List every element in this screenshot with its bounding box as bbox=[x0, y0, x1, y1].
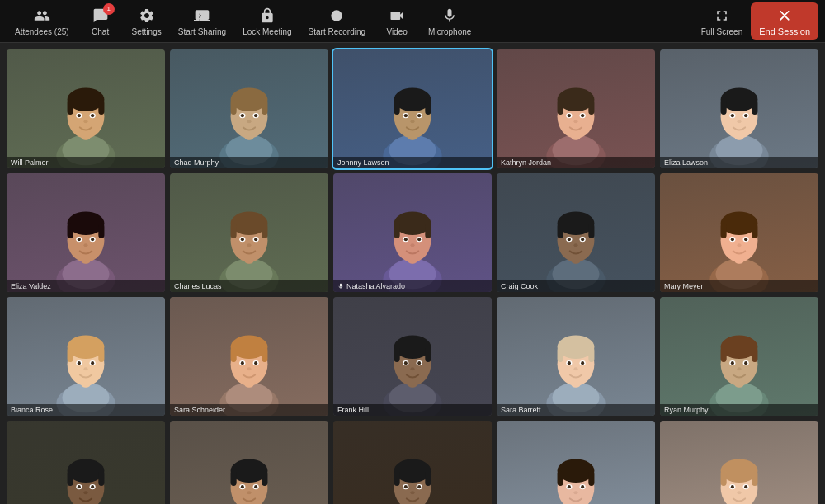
video-cell[interactable]: Bianca Rose bbox=[7, 297, 165, 416]
svg-rect-30 bbox=[394, 99, 400, 114]
video-icon bbox=[388, 7, 406, 25]
lock-meeting-label: Lock Meeting bbox=[243, 27, 291, 36]
end-session-icon bbox=[776, 6, 794, 24]
svg-point-106 bbox=[568, 238, 571, 241]
start-sharing-button[interactable]: Start Sharing bbox=[170, 3, 234, 40]
svg-point-11 bbox=[91, 114, 94, 117]
video-cell[interactable]: Elizabeth Ford bbox=[333, 421, 492, 504]
svg-point-167 bbox=[581, 361, 584, 365]
participant-video bbox=[497, 173, 655, 292]
svg-rect-186 bbox=[68, 470, 73, 485]
video-cell[interactable]: Charles Lucas bbox=[170, 173, 328, 292]
svg-rect-174 bbox=[721, 346, 727, 361]
participant-video bbox=[333, 421, 492, 504]
participant-video bbox=[333, 49, 492, 168]
video-cell[interactable]: Jasmine Pearson bbox=[497, 421, 655, 504]
video-button[interactable]: Video bbox=[374, 3, 420, 40]
participant-name-text: Sara Schneider bbox=[174, 406, 225, 414]
video-cell[interactable]: Johnny Lawson bbox=[333, 49, 492, 168]
attendees-icon bbox=[33, 7, 51, 25]
video-cell[interactable]: Chad Murphy bbox=[170, 49, 328, 168]
end-session-button[interactable]: End Session bbox=[751, 2, 818, 40]
video-cell[interactable]: Amber Richards bbox=[660, 421, 818, 504]
svg-rect-102 bbox=[558, 223, 563, 238]
svg-rect-31 bbox=[425, 99, 431, 114]
participant-video bbox=[170, 49, 328, 168]
lock-meeting-button[interactable]: Lock Meeting bbox=[234, 3, 299, 40]
video-cell[interactable]: Eliza Lawson bbox=[660, 49, 818, 168]
end-session-label: End Session bbox=[759, 26, 810, 36]
svg-point-156 bbox=[410, 367, 414, 370]
svg-point-240 bbox=[737, 491, 741, 494]
svg-rect-43 bbox=[588, 99, 594, 114]
svg-point-83 bbox=[254, 238, 257, 241]
participant-video bbox=[7, 421, 165, 504]
svg-rect-114 bbox=[721, 223, 727, 238]
participant-video bbox=[170, 421, 328, 504]
video-cell[interactable]: Frank Hill bbox=[333, 297, 492, 416]
recording-icon bbox=[328, 7, 346, 25]
video-cell[interactable]: Eliza Valdez bbox=[7, 173, 165, 292]
svg-point-214 bbox=[404, 485, 408, 488]
participant-name-text: Eliza Lawson bbox=[664, 158, 708, 167]
video-cell[interactable]: Sara Schneider bbox=[170, 297, 328, 416]
participant-video bbox=[7, 49, 165, 168]
svg-point-70 bbox=[78, 238, 81, 241]
svg-rect-222 bbox=[558, 470, 563, 485]
participant-name-text: Bianca Rose bbox=[11, 406, 53, 414]
video-cell[interactable]: Craig Cook bbox=[497, 173, 655, 292]
svg-point-71 bbox=[91, 238, 94, 241]
video-cell[interactable]: Natasha Alvarado bbox=[333, 173, 492, 292]
svg-point-192 bbox=[83, 491, 87, 494]
participant-name-text: Johnny Lawson bbox=[337, 158, 389, 167]
svg-rect-67 bbox=[98, 223, 104, 238]
chat-button[interactable]: 1 Chat bbox=[78, 3, 124, 40]
svg-rect-103 bbox=[588, 223, 594, 238]
svg-rect-151 bbox=[425, 346, 431, 361]
start-recording-button[interactable]: Start Recording bbox=[300, 3, 374, 40]
settings-label: Settings bbox=[132, 27, 162, 36]
video-cell[interactable]: Mary Meyer bbox=[660, 173, 818, 292]
svg-rect-235 bbox=[752, 470, 757, 485]
chat-label: Chat bbox=[92, 27, 109, 36]
video-cell[interactable]: Frank Ford bbox=[170, 421, 328, 504]
participant-name-text: Kathryn Jordan bbox=[501, 158, 551, 167]
svg-point-118 bbox=[731, 238, 734, 241]
video-cell[interactable]: Kathryn Jordan bbox=[497, 49, 655, 168]
svg-rect-79 bbox=[262, 223, 267, 238]
participant-name-text: Will Palmer bbox=[11, 158, 49, 167]
video-cell[interactable]: Chris Murphy bbox=[7, 421, 165, 504]
toolbar: Attendees (25) 1 Chat Settings Start Sha… bbox=[0, 0, 825, 43]
participant-name-text: Natasha Alvarado bbox=[346, 282, 405, 290]
video-cell[interactable]: Sara Barrett bbox=[497, 297, 655, 416]
svg-point-154 bbox=[404, 361, 408, 365]
attendees-label: Attendees (25) bbox=[15, 27, 69, 36]
svg-point-191 bbox=[91, 485, 94, 488]
participant-video bbox=[497, 49, 655, 168]
microphone-icon bbox=[441, 7, 459, 25]
participant-name: Bianca Rose bbox=[7, 404, 165, 416]
full-screen-button[interactable]: Full Screen bbox=[693, 3, 752, 40]
svg-point-82 bbox=[241, 238, 244, 241]
svg-point-144 bbox=[247, 367, 251, 370]
svg-rect-127 bbox=[98, 346, 104, 361]
svg-rect-54 bbox=[721, 99, 727, 114]
settings-button[interactable]: Settings bbox=[124, 3, 170, 40]
participant-video bbox=[660, 49, 818, 168]
video-cell[interactable]: Will Palmer bbox=[7, 49, 165, 168]
svg-rect-42 bbox=[558, 99, 563, 114]
participant-video bbox=[333, 173, 492, 292]
svg-rect-115 bbox=[752, 223, 757, 238]
microphone-button[interactable]: Microphone bbox=[420, 3, 479, 40]
svg-point-203 bbox=[254, 485, 257, 488]
video-cell[interactable]: Ryan Murphy bbox=[660, 297, 818, 416]
full-screen-label: Full Screen bbox=[701, 27, 743, 36]
participant-name-text: Charles Lucas bbox=[174, 282, 222, 290]
microphone-label: Microphone bbox=[428, 27, 471, 36]
svg-rect-187 bbox=[98, 470, 104, 485]
video-grid-container: Will Palmer bbox=[0, 43, 825, 504]
participant-name: Eliza Lawson bbox=[660, 157, 818, 168]
attendees-button[interactable]: Attendees (25) bbox=[7, 3, 78, 40]
participant-video bbox=[333, 297, 492, 416]
participant-name: Sara Barrett bbox=[497, 404, 655, 416]
